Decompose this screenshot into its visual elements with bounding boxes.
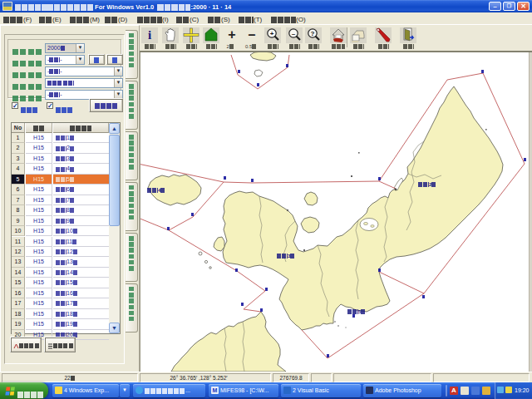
svg-text:–: – bbox=[292, 30, 296, 37]
svg-text:+: + bbox=[270, 30, 274, 37]
svg-text:?: ? bbox=[311, 30, 315, 37]
